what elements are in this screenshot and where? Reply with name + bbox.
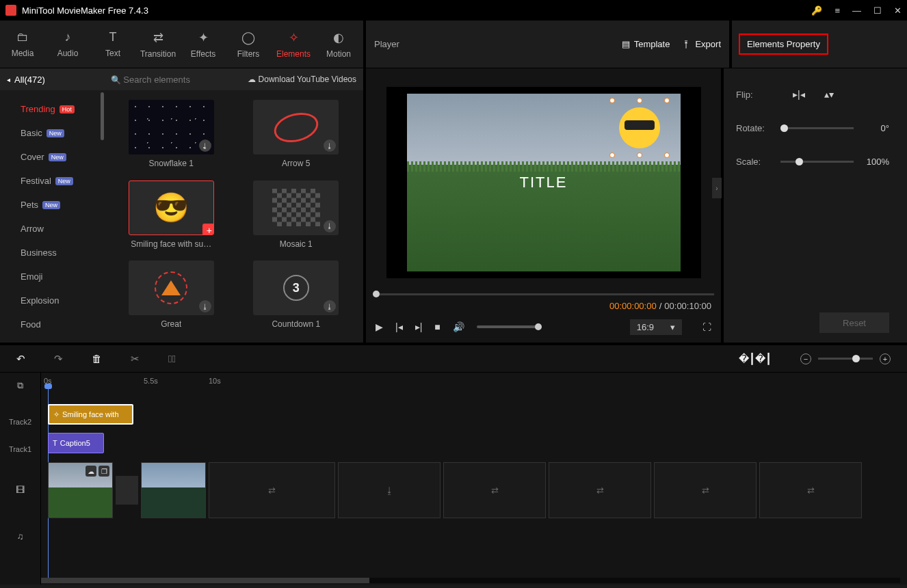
track2-label: Track2: [0, 408, 40, 436]
annotation-arrows: [0, 585, 907, 588]
volume-icon[interactable]: 🔊: [453, 321, 464, 332]
search-input[interactable]: Search elements: [111, 75, 244, 85]
drop-zone-1[interactable]: ⇄: [209, 462, 335, 518]
thumbnail[interactable]: ⭳: [253, 100, 339, 155]
undo-button[interactable]: ↶: [16, 353, 25, 365]
category-explosion[interactable]: Explosion: [21, 289, 104, 312]
audio-icon: ♪: [65, 30, 71, 44]
category-cover[interactable]: CoverNew: [21, 145, 104, 169]
category-business[interactable]: Business: [21, 241, 104, 265]
category-emoji[interactable]: Emoji: [21, 265, 104, 289]
tab-text[interactable]: TText: [90, 21, 135, 68]
thumbnail[interactable]: ⭳: [253, 181, 339, 235]
tab-transition[interactable]: ⇄Transition: [135, 21, 181, 68]
timeline: ⧉ Track2 Track1 🎞 ♫ 0s 5.5s 10s ✧Smiling…: [0, 373, 907, 585]
scale-slider[interactable]: [780, 161, 854, 163]
zoom-slider[interactable]: [818, 358, 873, 360]
zoom-in-button[interactable]: +: [880, 353, 891, 364]
redo-button[interactable]: ↷: [54, 353, 63, 365]
track-2[interactable]: ✧Smiling face with: [41, 401, 907, 429]
category-love[interactable]: Love: [21, 336, 104, 343]
export-button[interactable]: ⭱Export: [682, 39, 721, 49]
title-bar: MiniTool MovieMaker Free 7.4.3 🔑 ≡ — ☐ ✕: [0, 0, 907, 21]
zoom-out-button[interactable]: −: [800, 353, 811, 364]
caption-clip[interactable]: TCaption5: [48, 433, 104, 453]
expand-panel-button[interactable]: ›: [712, 178, 722, 198]
play-button[interactable]: ▶: [376, 321, 383, 332]
category-arrow[interactable]: Arrow: [21, 217, 104, 241]
category-trending[interactable]: TrendingHot: [21, 97, 104, 121]
drop-zone-6[interactable]: ⇄: [759, 462, 862, 518]
fit-button[interactable]: �┃�┃: [739, 353, 772, 365]
next-frame-button[interactable]: ▸|: [415, 321, 423, 332]
thumbnail[interactable]: 3⭳: [253, 260, 339, 315]
split-button[interactable]: ✂: [131, 353, 140, 365]
flip-vertical-button[interactable]: ▴▾: [824, 89, 834, 100]
rotate-slider[interactable]: [780, 127, 854, 129]
all-header[interactable]: All(472): [0, 68, 104, 90]
timeline-scrollbar[interactable]: [41, 578, 900, 583]
tab-effects[interactable]: ✦Effects: [181, 21, 226, 68]
element-clip[interactable]: ✧Smiling face with: [48, 404, 133, 425]
stop-button[interactable]: ■: [434, 321, 440, 332]
category-basic[interactable]: BasicNew: [21, 121, 104, 145]
fullscreen-button[interactable]: ⛶: [702, 322, 711, 332]
maximize-button[interactable]: ☐: [873, 5, 882, 16]
thumbnail[interactable]: ⭳: [129, 260, 214, 315]
player-panel: TITLE 00:00:00:00 / 00:00:10:00 ▶ |◂ ▸| …: [366, 68, 724, 343]
category-festival[interactable]: FestivalNew: [21, 169, 104, 193]
download-icon[interactable]: ⭳: [199, 300, 211, 312]
thumbnail[interactable]: ⭳: [129, 100, 214, 155]
tab-audio[interactable]: ♪Audio: [45, 21, 90, 68]
track1-label: Track1: [0, 436, 40, 463]
template-icon: ▤: [622, 39, 630, 49]
drop-zone-4[interactable]: ⇄: [549, 462, 651, 518]
download-youtube-link[interactable]: Download YouTube Videos: [248, 75, 356, 84]
timeline-toolbar: ↶ ↷ 🗑 ✂ ✂⃞ �┃�┃ − +: [0, 345, 907, 373]
tab-motion[interactable]: ◐Motion: [316, 21, 361, 68]
tab-media[interactable]: 🗀Media: [0, 21, 45, 68]
reset-button[interactable]: Reset: [819, 312, 889, 333]
category-pets[interactable]: PetsNew: [21, 193, 104, 217]
download-icon[interactable]: ⭳: [324, 220, 336, 232]
thumbnail-label: Smiling face with su…: [131, 239, 211, 249]
minimize-button[interactable]: —: [852, 5, 861, 16]
drop-zone-5[interactable]: ⇄: [654, 462, 757, 518]
transition-slot[interactable]: [116, 476, 138, 505]
template-button[interactable]: ▤Template: [622, 39, 670, 49]
tab-elements[interactable]: ✧Elements: [271, 21, 316, 68]
category-food[interactable]: Food: [21, 312, 104, 336]
video-clip-1[interactable]: ☁❐: [48, 462, 113, 518]
add-track-button[interactable]: ⧉: [0, 373, 40, 399]
selected-element[interactable]: [612, 101, 667, 155]
layer-badge-icon: ❐: [98, 466, 109, 477]
thumbnail-label: Snowflake 1: [149, 159, 194, 168]
add-button[interactable]: +: [202, 224, 214, 235]
player-header: Player ▤Template ⭱Export: [366, 21, 732, 68]
download-icon[interactable]: ⭳: [324, 139, 336, 152]
time-display: 00:00:00:00 / 00:00:10:00: [366, 301, 721, 311]
seek-bar[interactable]: [373, 289, 714, 301]
thumbnail[interactable]: 😎+: [129, 181, 214, 235]
menu-icon[interactable]: ≡: [834, 5, 840, 16]
prev-frame-button[interactable]: |◂: [395, 321, 403, 332]
track-1[interactable]: TCaption5: [41, 430, 907, 457]
download-icon[interactable]: ⭳: [199, 139, 211, 152]
key-icon[interactable]: 🔑: [811, 5, 822, 16]
flip-horizontal-button[interactable]: ▸|◂: [793, 89, 805, 100]
delete-button[interactable]: 🗑: [92, 353, 102, 364]
video-track[interactable]: ☁❐ ⇄ ⭳ ⇄ ⇄ ⇄ ⇄: [41, 459, 907, 522]
media-icon: 🗀: [16, 30, 29, 44]
video-clip-2[interactable]: [141, 462, 206, 518]
aspect-ratio-select[interactable]: 16:9▾: [630, 319, 682, 335]
volume-slider[interactable]: [477, 325, 542, 328]
preview-canvas[interactable]: TITLE: [386, 87, 701, 278]
tab-filters[interactable]: ◯Filters: [226, 21, 271, 68]
drop-zone-2[interactable]: ⭳: [338, 462, 441, 518]
chevron-down-icon: ▾: [670, 322, 675, 332]
drop-zone-3[interactable]: ⇄: [443, 462, 546, 518]
crop-button[interactable]: ✂⃞: [168, 353, 176, 364]
ruler[interactable]: 0s 5.5s 10s: [41, 373, 907, 392]
close-button[interactable]: ✕: [894, 5, 902, 16]
download-icon[interactable]: ⭳: [324, 300, 336, 312]
